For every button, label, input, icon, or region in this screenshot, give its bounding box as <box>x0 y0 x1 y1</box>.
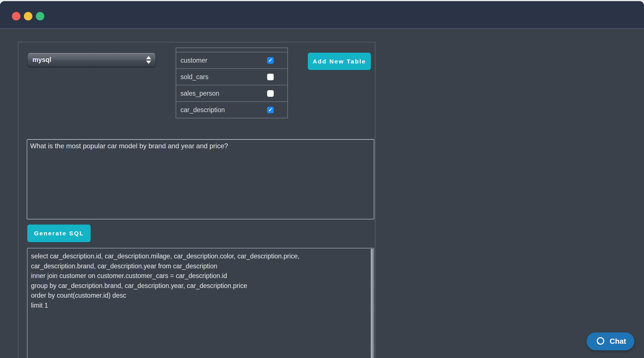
generate-sql-button[interactable]: Generate SQL <box>27 225 91 242</box>
chat-button-label: Chat <box>610 337 626 346</box>
table-name-label: sold_cars <box>180 73 208 81</box>
table-checkbox-checked[interactable]: ✓ <box>267 107 274 113</box>
table-name-label: car_description <box>180 106 225 114</box>
sql-output-container: select car_description.id, car_descripti… <box>27 248 374 358</box>
checkmark-icon: ✓ <box>268 107 273 112</box>
table-checkbox-unchecked[interactable] <box>267 74 274 80</box>
database-select-value: mysql <box>28 56 51 64</box>
minimize-window-button[interactable] <box>24 12 32 20</box>
close-window-button[interactable] <box>12 12 20 20</box>
titlebar <box>0 1 644 29</box>
table-row: customer✓ <box>176 52 287 68</box>
sql-output-scrollbar[interactable] <box>371 249 373 358</box>
table-row: sales_person <box>176 85 287 101</box>
tables-checklist: customer✓sold_carssales_personcar_descri… <box>176 48 288 118</box>
question-input[interactable]: What is the most popular car model by br… <box>27 139 374 219</box>
table-row: sold_cars <box>176 68 287 85</box>
zoom-window-button[interactable] <box>36 12 44 20</box>
select-spinner-icon <box>146 53 151 67</box>
table-name-label: customer <box>180 57 207 64</box>
table-name-label: sales_person <box>180 90 219 97</box>
add-new-table-button[interactable]: Add New Table <box>308 53 371 70</box>
table-checkbox-unchecked[interactable] <box>267 90 274 97</box>
chat-button[interactable]: Chat <box>587 332 634 350</box>
table-row: car_description✓ <box>176 101 287 118</box>
checkmark-icon: ✓ <box>268 58 273 63</box>
database-select[interactable]: mysql <box>27 53 156 67</box>
main-panel: mysql customer✓sold_carssales_personcar_… <box>18 42 375 358</box>
chat-bubble-icon <box>595 336 606 347</box>
app-window: mysql customer✓sold_carssales_personcar_… <box>0 1 644 358</box>
table-checkbox-checked[interactable]: ✓ <box>267 57 274 64</box>
sql-output[interactable]: select car_description.id, car_descripti… <box>27 248 374 358</box>
